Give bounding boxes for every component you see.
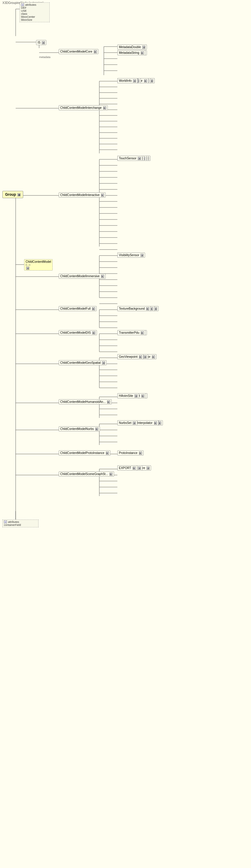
bottom-attr-icon: ≡ — [4, 521, 7, 523]
scene-graph-model-box[interactable]: ChildContentModelSceneGraphSt... ⊞ — [59, 471, 114, 476]
geo-viewpoint[interactable]: GeoViewpoint ⊞ — [117, 354, 144, 359]
group-label: Group — [5, 192, 16, 197]
attr-bboxcenter: bboxCenter — [21, 16, 48, 18]
nu-set[interactable]: NurbsSet ⊞ — [117, 420, 137, 426]
sg-export[interactable]: EXPORT ⊞ — [117, 465, 137, 470]
dis-expand[interactable]: ⊞ — [92, 331, 95, 334]
proto-expand[interactable]: ⊞ — [106, 452, 109, 455]
is-label: IS — [38, 41, 40, 44]
core-model-box[interactable]: ChildContentModelCore ⊞ — [59, 49, 99, 54]
interactive-model-box[interactable]: ChildContentModelInteractive ⊞ — [59, 192, 106, 197]
group-node[interactable]: Group ⊞ — [2, 191, 23, 198]
is-box[interactable]: IS ⊞ — [36, 40, 46, 45]
dis-model-box[interactable]: ChildContentModelDIS ⊞ — [59, 330, 97, 335]
is-expand[interactable]: ⊞ — [42, 41, 45, 44]
metadata-label: metadata — [39, 56, 51, 59]
scene-graph-expand[interactable]: ⊞ — [110, 473, 113, 476]
nurbs-model-box[interactable]: ChildContentModelNurbs ⊞ — [59, 426, 100, 431]
core-expand[interactable]: ⊞ — [94, 50, 97, 53]
fl-texture-background[interactable]: TextureBackground ⊞ — [117, 306, 151, 311]
geo-model-box[interactable]: ChildContentModelGeoSpatial ⊞ — [59, 360, 107, 365]
interactive-expand[interactable]: ⊞ — [101, 194, 104, 197]
attr-box-label: ≡ attributes — [21, 3, 48, 6]
proto-model-box[interactable]: ChildContentModelProtoInstance ⊞ — [59, 451, 110, 456]
diagram-container: X3DGroupingNode (extension) — [0, 0, 251, 868]
immersive-model-box[interactable]: ChildContentModelImmersive ⊞ — [59, 274, 106, 279]
child-content-model-box[interactable]: ChildContentModel 0..∞ ⊞ — [24, 259, 53, 271]
group-expand-icon[interactable]: ⊞ — [18, 193, 21, 196]
metadata-double[interactable]: MetadataDouble ⊞ — [117, 44, 147, 50]
ha-site[interactable]: HAnimSite ⊞ — [117, 393, 139, 398]
nurbs-expand[interactable]: ⊞ — [95, 428, 99, 431]
humanoid-expand[interactable]: ⊞ — [107, 401, 110, 403]
attr-use: USE — [21, 9, 48, 12]
ccm-sublabel: 0..∞ — [26, 264, 51, 267]
meta-string-expand[interactable]: ⊞ — [141, 52, 144, 55]
metadata-string[interactable]: MetadataString ⊞ — [117, 50, 145, 55]
ccm-label: ChildContentModel — [26, 260, 51, 264]
immersive-expand[interactable]: ⊞ — [101, 275, 104, 278]
attributes-bottom-box: ≡ attributes containerField — [2, 520, 38, 527]
interchange-model-box[interactable]: ChildContentModelInterchange ⊞ — [59, 105, 108, 110]
humanoid-model-box[interactable]: ChildContentModelHumanoidAn... ⊞ — [59, 399, 112, 404]
interchange-expand[interactable]: ⊞ — [103, 106, 106, 110]
full-model-box[interactable]: ChildContentModelFull ⊞ — [59, 306, 96, 311]
attributes-top-box: ≡ attributes DEF USE class bboxCenter bb… — [20, 2, 50, 22]
attr-def: DEF — [21, 6, 48, 9]
meta-double-expand[interactable]: ⊞ — [142, 46, 145, 49]
im-visibility-sensor[interactable]: VisibilitySensor ⊞ — [117, 253, 145, 258]
ccm-expand[interactable]: ⊞ — [26, 267, 29, 270]
full-expand[interactable]: ⊞ — [92, 307, 95, 310]
core-model-label: ChildContentModelCore — [60, 50, 92, 53]
dis-transmitter[interactable]: TransmitterPdu ⊞ — [117, 330, 145, 335]
ia-touch-sensor[interactable]: TouchSensor ⊞ — [117, 156, 142, 161]
ic-world-info[interactable]: WorldInfo ⊞ — [117, 78, 138, 83]
attr-bboxsize: bboxSize — [21, 18, 48, 21]
proto-children: ProtoInstance ⊞ substitution node — [117, 451, 136, 454]
bottom-attr-label: ≡ attributes — [4, 521, 37, 523]
geo-expand[interactable]: ⊞ — [102, 362, 105, 364]
metadata-children: MetadataDouble ⊞ MetadataFloat ⊞ Metadat… — [117, 44, 147, 50]
attr-class: class — [21, 12, 48, 16]
attr-icon: ≡ — [21, 3, 24, 6]
connector-lines — [0, 0, 251, 868]
pr-proto-instance[interactable]: ProtoInstance ⊞ — [117, 451, 144, 456]
bottom-container-field: containerField — [4, 523, 37, 526]
